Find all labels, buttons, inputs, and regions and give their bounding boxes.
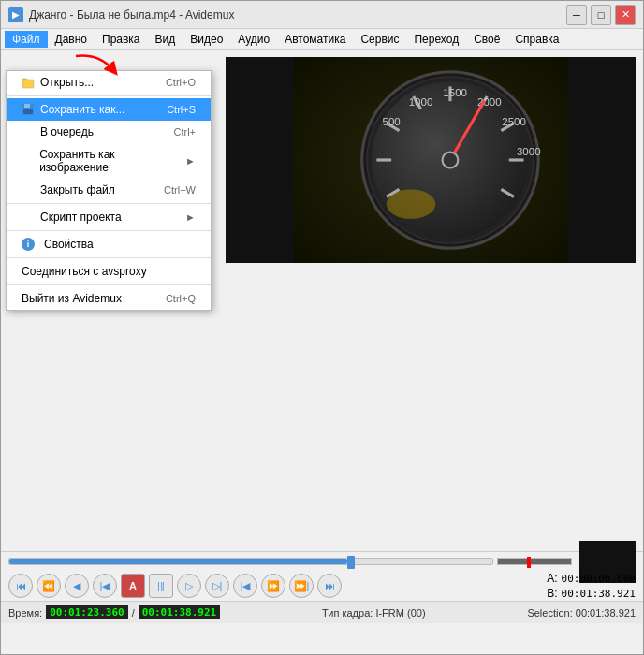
queue-shortcut: Ctrl+ <box>173 126 196 138</box>
svg-text:1500: 1500 <box>443 87 467 98</box>
close-file-label: Закрыть файл <box>40 183 115 196</box>
main-window: ▶ Джанго - Была не была.mp4 - Avidemux ─… <box>0 0 644 655</box>
menu-help[interactable]: Справка <box>507 31 566 48</box>
menu-auto[interactable]: Автоматика <box>277 31 353 48</box>
submenu-arrow-1: ► <box>185 155 196 167</box>
point-a-value: 00:00:00.000 <box>562 573 636 585</box>
frame-type-label: Тип кадра: I-FRM (00) <box>322 607 426 619</box>
properties-label: Свойства <box>44 238 94 251</box>
save-as-shortcut: Ctrl+S <box>167 104 196 115</box>
queue-label: В очередь <box>40 125 94 138</box>
time-separator: / <box>132 607 135 619</box>
script-label: Скрипт проекта <box>40 211 122 224</box>
point-a-label: A: <box>547 572 557 585</box>
transport-row: ⏮ ⏪ ◀ |◀ A |‖ ▷ ▷| |◀ ⏩ ⏩| ⏭ A: 00:00:00… <box>1 571 643 601</box>
quit-label: Выйти из Avidemux <box>22 292 122 305</box>
menu-davno[interactable]: Давно <box>48 31 95 48</box>
mark-b-button[interactable]: |‖ <box>149 574 173 598</box>
time-label: Время: <box>8 607 42 619</box>
submenu-arrow-2: ► <box>185 211 196 223</box>
svg-text:500: 500 <box>382 116 400 127</box>
gauge-svg: 500 1000 1500 2000 2500 3000 <box>226 57 636 263</box>
save-image-icon <box>22 154 34 167</box>
menu-file[interactable]: Файл <box>5 31 48 48</box>
menu-queue-item[interactable]: В очередь Ctrl+ <box>7 121 211 143</box>
seek-bar-thumb <box>347 556 355 569</box>
next-keyframe-button[interactable]: ⏩| <box>289 574 314 598</box>
file-dropdown-menu: Открыть... Ctrl+O Сохранить как... Ctrl+… <box>6 70 212 311</box>
svg-point-22 <box>387 189 435 218</box>
info-icon: i <box>22 238 35 251</box>
rewind-button[interactable]: ⏪ <box>37 574 61 598</box>
svg-rect-25 <box>22 79 27 80</box>
bottom-bar: ⏮ ⏪ ◀ |◀ A |‖ ▷ ▷| |◀ ⏩ ⏩| ⏭ A: 00:00:00… <box>1 551 643 654</box>
svg-text:3000: 3000 <box>517 146 541 157</box>
save-as-label: Сохранить как... <box>40 103 124 116</box>
point-b-label: B: <box>547 587 557 600</box>
current-time-value: 00:01:23.360 <box>46 605 127 619</box>
menu-edit[interactable]: Правка <box>95 31 148 48</box>
window-title: Джанго - Была не была.mp4 - Avidemux <box>29 8 561 22</box>
menu-video[interactable]: Видео <box>183 31 230 48</box>
close-button[interactable]: ✕ <box>615 5 636 25</box>
selection-label: Selection: 00:01:38.921 <box>527 607 636 619</box>
menu-audio[interactable]: Аудио <box>230 31 277 48</box>
menu-properties-item[interactable]: i Свойства <box>7 233 211 255</box>
mini-seek-thumb <box>527 557 531 568</box>
goto-prev-key-button[interactable]: |◀ <box>233 574 257 598</box>
prev-frame-button[interactable]: ◀ <box>65 574 89 598</box>
menu-view[interactable]: Вид <box>148 31 183 48</box>
menu-save-as-item[interactable]: Сохранить как... Ctrl+S <box>7 98 211 121</box>
sep3 <box>7 230 211 231</box>
queue-icon <box>22 125 35 138</box>
ab-section: A: 00:00:00.000 B: 00:01:38.921 <box>547 572 636 600</box>
svg-rect-28 <box>23 109 33 114</box>
open-shortcut: Ctrl+O <box>166 77 196 88</box>
main-area: Аудио кодек: Copy Настройка Фильтры Сдви… <box>1 50 643 551</box>
close-file-shortcut: Ctrl+W <box>164 184 196 196</box>
sep2 <box>7 203 211 204</box>
time-row: Время: 00:01:23.360 / 00:01:38.921 Тип к… <box>1 601 643 623</box>
menu-quit-item[interactable]: Выйти из Avidemux Ctrl+Q <box>7 287 211 310</box>
svg-text:1000: 1000 <box>409 96 433 108</box>
ab-times: A: 00:00:00.000 B: 00:01:38.921 <box>547 572 636 600</box>
menu-project-script-item[interactable]: Скрипт проекта ► <box>7 206 211 228</box>
prev-keyframe-button[interactable]: |◀ <box>93 574 117 598</box>
title-bar-buttons: ─ □ ✕ <box>566 5 636 25</box>
sep5 <box>7 284 211 285</box>
total-time-value: 00:01:38.921 <box>139 605 220 619</box>
menu-bar: Файл Давно Правка Вид Видео Аудио Автома… <box>1 29 643 50</box>
menu-custom[interactable]: Своё <box>466 31 507 48</box>
avsproxy-label: Соединиться с avsproxy <box>22 265 147 278</box>
minimize-button[interactable]: ─ <box>566 5 587 25</box>
red-arrow-indicator <box>71 51 118 82</box>
menu-avsproxy-item[interactable]: Соединиться с avsproxy <box>7 260 211 283</box>
sep4 <box>7 257 211 258</box>
title-bar: ▶ Джанго - Была не была.mp4 - Avidemux ─… <box>1 1 643 29</box>
menu-nav[interactable]: Переход <box>406 31 466 48</box>
seek-bar[interactable] <box>8 558 493 565</box>
point-b-value: 00:01:38.921 <box>562 588 636 600</box>
mark-a-button[interactable]: A <box>121 574 145 598</box>
mini-seek-bar[interactable] <box>497 558 572 565</box>
point-b-row: B: 00:01:38.921 <box>547 587 636 600</box>
point-a-row: A: 00:00:00.000 <box>547 572 636 585</box>
next-frame-button[interactable]: ▷| <box>205 574 229 598</box>
svg-text:2500: 2500 <box>502 116 526 127</box>
play-button[interactable]: ▷ <box>177 574 201 598</box>
menu-service[interactable]: Сервис <box>353 31 406 48</box>
close-file-icon <box>22 183 35 196</box>
menu-close-file-item[interactable]: Закрыть файл Ctrl+W <box>7 179 211 201</box>
maximize-button[interactable]: □ <box>591 5 611 25</box>
sep1 <box>7 95 211 96</box>
svg-point-21 <box>443 153 459 168</box>
seek-bar-fill <box>9 559 347 564</box>
svg-rect-24 <box>22 80 34 88</box>
video-preview: 500 1000 1500 2000 2500 3000 <box>226 57 636 263</box>
goto-end-button[interactable]: ⏭ <box>317 574 342 598</box>
seek-bar-area <box>1 552 643 571</box>
fast-forward-button[interactable]: ⏩ <box>261 574 285 598</box>
menu-save-image-item[interactable]: Сохранить как изображение ► <box>7 143 211 179</box>
goto-start-button[interactable]: ⏮ <box>8 574 33 598</box>
save-image-label: Сохранить как изображение <box>39 148 178 174</box>
